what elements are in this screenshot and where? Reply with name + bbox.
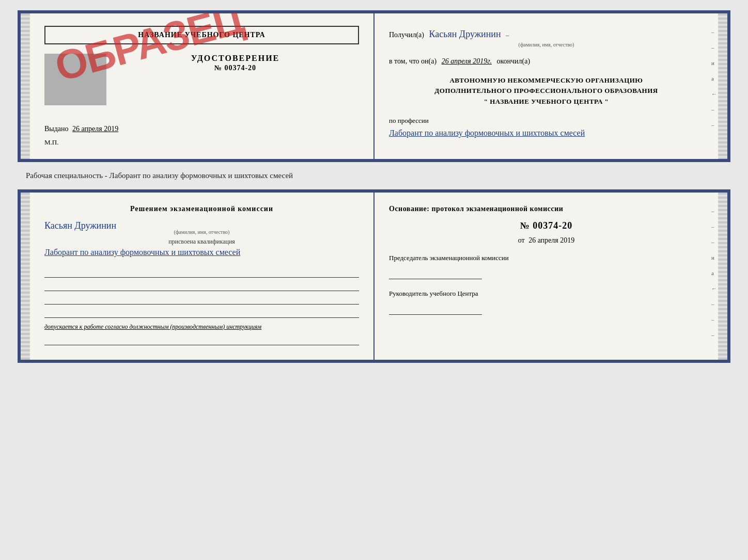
signature-line-4 — [44, 307, 359, 318]
side-decorative-lines-bottom: – – – и а ← – – – — [711, 208, 717, 338]
bottom-document-card: Решением экзаменационной комиссии Касьян… — [18, 189, 730, 363]
director-title: Руководитель учебного Центра — [389, 289, 704, 299]
bottom-card-left: Решением экзаменационной комиссии Касьян… — [21, 193, 375, 360]
completed-prefix: в том, что он(а) — [389, 57, 437, 65]
from-date-value: 26 апреля 2019 — [528, 236, 574, 244]
qualification-label: присвоена квалификация — [44, 238, 359, 246]
mp-label: М.П. — [44, 138, 359, 147]
signature-line-1 — [44, 266, 359, 278]
bottom-card-right: Основание: протокол экзаменационной коми… — [375, 193, 727, 360]
top-right-content: Получил(а) Касьян Дружинин – (фамилия, и… — [389, 26, 713, 140]
top-document-card: НАЗВАНИЕ УЧЕБНОГО ЦЕНТРА УДОСТОВЕРЕНИЕ №… — [18, 10, 730, 162]
completed-row: в том, что он(а) 26 апреля 2019г. окончи… — [389, 55, 704, 68]
issued-label: Выдано — [44, 125, 69, 133]
org-block: АВТОНОМНУЮ НЕКОММЕРЧЕСКУЮ ОРГАНИЗАЦИЮ ДО… — [389, 75, 704, 107]
person-name-bottom: Касьян Дружинин — [44, 220, 116, 231]
signature-line-2 — [44, 280, 359, 291]
profession-label: по профессии — [389, 115, 704, 126]
name-caption-top: (фамилия, имя, отчество) — [389, 40, 704, 50]
issued-date: 26 апреля 2019 — [72, 125, 118, 133]
qualification-text: Лаборант по анализу формовочных и шихтов… — [44, 246, 359, 259]
side-decorative-lines-top: – – и а ← – – — [711, 29, 717, 128]
admission-line — [44, 334, 359, 345]
top-card-left: НАЗВАНИЕ УЧЕБНОГО ЦЕНТРА УДОСТОВЕРЕНИЕ №… — [21, 13, 375, 159]
specialty-text: Рабочая специальность - Лаборант по анал… — [10, 171, 293, 180]
bottom-left-content: Решением экзаменационной комиссии Касьян… — [35, 205, 359, 345]
school-name-box: НАЗВАНИЕ УЧЕБНОГО ЦЕНТРА — [44, 26, 359, 44]
top-left-content: НАЗВАНИЕ УЧЕБНОГО ЦЕНТРА УДОСТОВЕРЕНИЕ №… — [35, 26, 359, 147]
bottom-right-content: Основание: протокол экзаменационной коми… — [389, 205, 713, 315]
photo-placeholder — [44, 54, 106, 105]
person-name-top: Касьян Дружинин — [429, 29, 501, 39]
bottom-lines-block — [44, 266, 359, 318]
from-label: от — [518, 236, 525, 244]
org-line3: " НАЗВАНИЕ УЧЕБНОГО ЦЕНТРА " — [389, 97, 704, 107]
cert-title: УДОСТОВЕРЕНИЕ — [112, 54, 359, 63]
director-signature-line — [389, 303, 482, 315]
org-line2: ДОПОЛНИТЕЛЬНОГО ПРОФЕССИОНАЛЬНОГО ОБРАЗО… — [389, 86, 704, 97]
signature-line-3 — [44, 293, 359, 305]
cert-number: № 00374-20 — [112, 64, 359, 72]
commission-title: Решением экзаменационной комиссии — [44, 205, 359, 213]
profession-text-top: Лаборант по анализу формовочных и шихтов… — [389, 126, 704, 140]
chairman-block: Председатель экзаменационной комиссии — [389, 253, 704, 279]
director-block: Руководитель учебного Центра — [389, 289, 704, 315]
basis-title: Основание: протокол экзаменационной коми… — [389, 205, 704, 213]
received-label: Получил(а) — [389, 31, 424, 39]
from-date-row: от 26 апреля 2019 — [389, 236, 704, 245]
top-card-right: Получил(а) Касьян Дружинин – (фамилия, и… — [375, 13, 727, 159]
issued-row: Выдано 26 апреля 2019 — [44, 125, 359, 133]
completed-suffix: окончил(а) — [496, 57, 530, 65]
person-name-row-bottom: Касьян Дружинин (фамилия, имя, отчество) — [44, 220, 359, 235]
admission-text: допускается к работе согласно должностны… — [44, 323, 359, 331]
chairman-signature-line — [389, 268, 482, 279]
received-row: Получил(а) Касьян Дружинин – (фамилия, и… — [389, 26, 704, 50]
org-line1: АВТОНОМНУЮ НЕКОММЕРЧЕСКУЮ ОРГАНИЗАЦИЮ — [389, 75, 704, 86]
completed-date: 26 апреля 2019г. — [442, 57, 492, 65]
chairman-title: Председатель экзаменационной комиссии — [389, 253, 704, 264]
protocol-number: № 00374-20 — [389, 220, 704, 231]
